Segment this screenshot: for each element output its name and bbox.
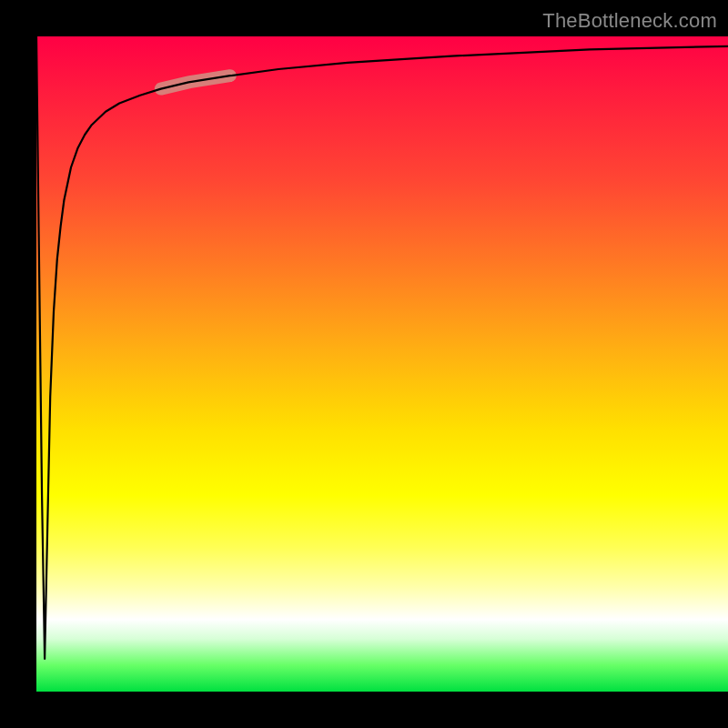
- plot-area: [36, 36, 728, 692]
- chart-frame: TheBottleneck.com: [0, 0, 728, 728]
- attribution-text: TheBottleneck.com: [542, 9, 717, 33]
- bottleneck-curve: [36, 36, 728, 659]
- curve-svg: [36, 36, 728, 692]
